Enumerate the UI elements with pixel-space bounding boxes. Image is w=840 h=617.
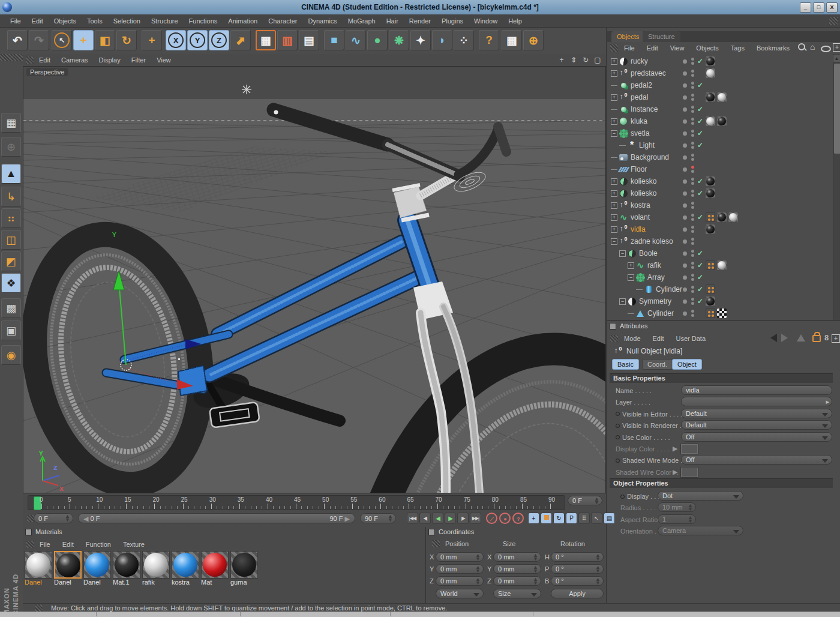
collapse-icon[interactable]: − <box>611 130 617 137</box>
renderer-visibility-dot[interactable] <box>691 106 694 109</box>
object-name[interactable]: pedal2 <box>631 81 652 89</box>
material-name[interactable]: Danel <box>25 579 42 586</box>
objects-menu-tags[interactable]: Tags <box>725 44 751 52</box>
object-name[interactable]: Cylinder <box>656 285 682 293</box>
renderer-visibility-dot[interactable] <box>691 118 694 121</box>
key-rotation-button[interactable]: ↻ <box>553 513 565 524</box>
dropdown-visible-in-renderer[interactable]: Default <box>681 420 832 430</box>
renderer-visibility-dot2[interactable] <box>691 134 694 137</box>
renderer-visibility-dot2[interactable] <box>691 62 694 65</box>
material-danel[interactable]: Danel <box>54 551 82 586</box>
editor-visibility-dot[interactable] <box>683 119 687 124</box>
menu-structure[interactable]: Structure <box>146 17 184 25</box>
size-mode-dropdown[interactable]: Size <box>493 589 541 598</box>
key-position-button[interactable]: + <box>528 513 539 524</box>
viewport-menu-display[interactable]: Display <box>94 56 126 64</box>
panel-handle[interactable] <box>610 335 618 342</box>
menu-render[interactable]: Render <box>404 17 436 25</box>
collapse-icon[interactable]: − <box>619 250 626 257</box>
material-name[interactable]: Danel <box>83 579 101 586</box>
color-swatch-shaded-wire-color[interactable] <box>681 468 698 477</box>
renderer-visibility-dot[interactable] <box>691 298 694 301</box>
editor-visibility-dot[interactable] <box>683 275 687 280</box>
tree-row-pedal2[interactable]: pedal2✓ <box>607 79 833 91</box>
selection-tag-icon[interactable] <box>706 308 715 318</box>
renderer-visibility-dot[interactable] <box>691 286 694 289</box>
renderer-visibility-dot[interactable] <box>691 166 694 169</box>
polygons-mode-button[interactable]: ◩ <box>1 251 21 271</box>
attr-tab-coord[interactable]: Coord. <box>642 359 673 370</box>
panel-handle[interactable] <box>35 604 43 612</box>
search-icon[interactable] <box>798 43 806 52</box>
viewport-menu-cameras[interactable]: Cameras <box>56 56 94 64</box>
material-mat[interactable]: Mat <box>201 551 229 586</box>
tree-row-koliesko[interactable]: +koliesko✓ <box>607 175 833 187</box>
collapse-icon[interactable]: − <box>619 298 626 305</box>
position-x-field[interactable]: 0 mm▲▼ <box>436 552 484 562</box>
enabled-check-icon[interactable]: ✓ <box>697 177 703 185</box>
add-spline-button[interactable]: ∿ <box>346 30 366 50</box>
scale-button[interactable]: ◧ <box>95 30 115 50</box>
live-selection-button[interactable]: ↖ <box>52 30 72 50</box>
tree-row-kostra[interactable]: +↑0kostra <box>607 199 833 211</box>
material-tag-black[interactable] <box>706 56 715 66</box>
editor-visibility-dot[interactable] <box>683 287 687 292</box>
editor-visibility-dot[interactable] <box>683 131 687 136</box>
menu-objects[interactable]: Objects <box>49 17 82 25</box>
selection-tag-icon[interactable] <box>706 212 715 222</box>
keyframe-dot[interactable] <box>620 495 625 499</box>
tree-row-rafik[interactable]: +∿rafik✓ <box>607 259 833 271</box>
tree-row-kluka[interactable]: +kluka✓ <box>607 115 833 127</box>
menu-tools[interactable]: Tools <box>82 17 108 25</box>
menu-help[interactable]: Help <box>503 17 527 25</box>
add-nurbs-button[interactable]: ● <box>367 30 388 50</box>
previous-frame-button[interactable]: ◀ <box>432 513 443 524</box>
enabled-check-icon[interactable]: ✓ <box>697 117 703 125</box>
renderer-visibility-dot2[interactable] <box>691 170 694 173</box>
size-y-field[interactable]: 0 mm▲▼ <box>493 564 541 574</box>
field-layer[interactable]: ▸ <box>681 397 832 406</box>
add-cube-primitive-button[interactable]: ■ <box>324 30 344 50</box>
undo-button[interactable]: ↶ <box>7 30 28 50</box>
lock-icon[interactable] <box>812 335 821 342</box>
expand-icon[interactable]: + <box>611 94 617 101</box>
toggle-view-icon[interactable]: ▢ <box>593 55 602 65</box>
content-browser-button[interactable]: ▦ <box>502 30 522 50</box>
expand-color-icon[interactable]: ▶ <box>673 445 677 453</box>
history-forward-icon[interactable] <box>781 334 788 342</box>
rotation-b-field[interactable]: 0 °▲▼ <box>551 576 604 586</box>
scroll-up-button[interactable]: ▲ <box>833 54 840 62</box>
layout-switch-button[interactable]: ▦ <box>1 113 21 133</box>
expand-icon[interactable]: + <box>611 178 617 185</box>
expand-icon[interactable]: + <box>628 262 634 269</box>
home-icon[interactable]: ⌂ <box>810 42 815 52</box>
object-mode-button[interactable]: ◉ <box>1 345 21 365</box>
material-mat-1[interactable]: Mat.1 <box>113 551 140 586</box>
dropdown-visible-in-editor[interactable]: Default <box>681 409 832 418</box>
objects-menu-edit[interactable]: Edit <box>641 44 664 52</box>
objects-menu-objects[interactable]: Objects <box>690 44 724 52</box>
context-help-button[interactable]: ? <box>479 30 499 50</box>
renderer-visibility-dot2[interactable] <box>691 158 694 161</box>
enabled-check-icon[interactable]: ✓ <box>697 297 703 305</box>
material-danel[interactable]: Danel <box>25 551 52 586</box>
attributes-menu-mode[interactable]: Mode <box>618 335 647 342</box>
renderer-visibility-dot[interactable] <box>691 94 694 97</box>
renderer-visibility-dot[interactable] <box>691 130 694 133</box>
rotation-h-field[interactable]: 0 °▲▼ <box>551 552 604 562</box>
renderer-visibility-dot[interactable] <box>691 226 694 229</box>
editor-visibility-dot[interactable] <box>683 179 687 184</box>
selection-tag-icon[interactable] <box>706 284 715 294</box>
close-button[interactable]: X <box>826 2 838 13</box>
spinner-radius[interactable]: 10 mm▲▼ <box>658 502 696 512</box>
object-name[interactable]: koliesko <box>631 189 656 197</box>
enabled-check-icon[interactable]: ✓ <box>697 141 703 149</box>
tree-row-light[interactable]: *Light✓ <box>607 139 833 151</box>
field-name[interactable]: vidla <box>681 385 832 395</box>
solo-off-button[interactable]: ↖ <box>591 513 602 524</box>
object-name[interactable]: Symmetry <box>639 297 671 305</box>
tree-row-vidla[interactable]: +↑0vidla <box>607 223 833 235</box>
material-tag-black[interactable] <box>706 92 715 102</box>
menu-functions[interactable]: Functions <box>184 17 223 25</box>
collapse-icon[interactable]: − <box>611 238 617 245</box>
